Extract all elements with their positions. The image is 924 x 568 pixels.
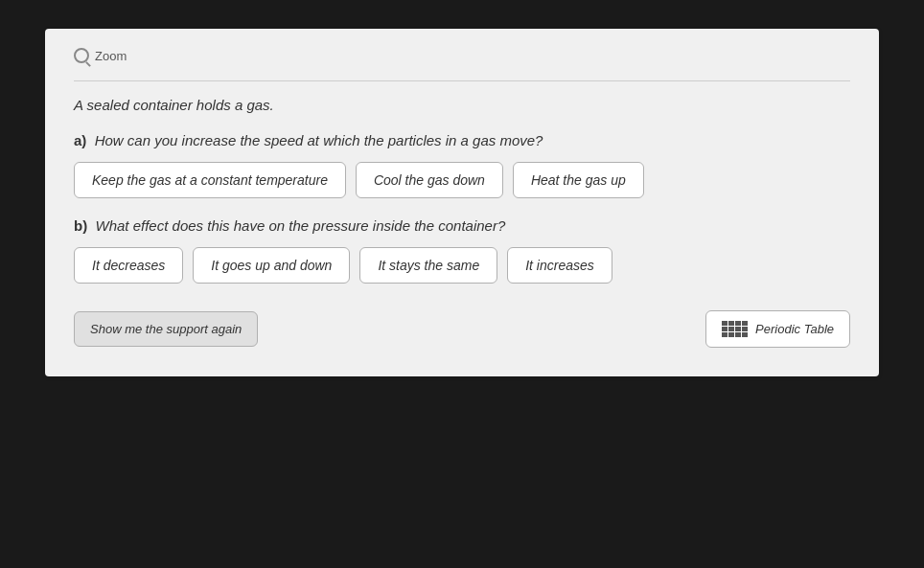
question-b-text: b) What effect does this have on the pre… [74,217,850,234]
question-card: Zoom A sealed container holds a gas. a) … [45,29,879,376]
option-b-3[interactable]: It stays the same [359,247,497,284]
intro-text: A sealed container holds a gas. [74,97,850,113]
option-a-1[interactable]: Keep the gas at a constant temperature [74,162,346,198]
question-a-body: How can you increase the speed at which … [95,132,543,148]
support-button[interactable]: Show me the support again [74,311,258,347]
periodic-table-button[interactable]: Periodic Table [705,310,850,348]
option-a-2[interactable]: Cool the gas down [356,162,503,198]
divider [74,80,850,81]
option-b-1[interactable]: It decreases [74,247,183,284]
question-b-section: b) What effect does this have on the pre… [74,217,850,284]
zoom-label: Zoom [95,49,127,63]
question-b-label: b) [74,217,87,234]
bottom-row: Show me the support again Periodic Table [74,310,850,348]
periodic-table-label: Periodic Table [755,322,834,336]
question-a-section: a) How can you increase the speed at whi… [74,132,850,198]
zoom-icon [74,48,89,63]
periodic-table-icon [722,321,748,337]
question-b-options: It decreases It goes up and down It stay… [74,247,850,284]
page-wrapper: Zoom A sealed container holds a gas. a) … [19,19,905,568]
option-b-2[interactable]: It goes up and down [193,247,350,284]
question-b-body: What effect does this have on the pressu… [96,217,506,234]
question-a-options: Keep the gas at a constant temperature C… [74,162,850,198]
question-a-label: a) [74,132,86,148]
question-a-text: a) How can you increase the speed at whi… [74,132,850,148]
option-b-4[interactable]: It increases [507,247,612,284]
option-a-3[interactable]: Heat the gas up [513,162,644,198]
zoom-bar: Zoom [74,48,850,63]
